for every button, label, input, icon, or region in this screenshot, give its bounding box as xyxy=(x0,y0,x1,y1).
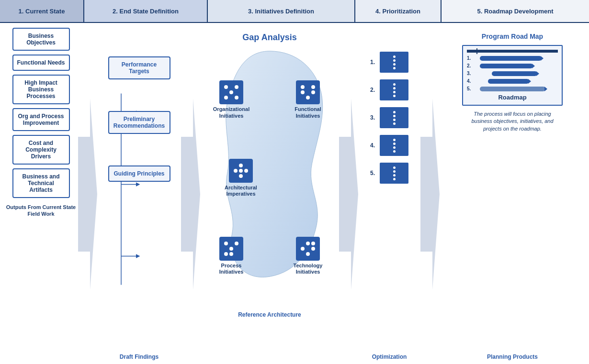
left-bottom-label: Outputs From Current State Field Work xyxy=(4,204,78,218)
tab-initiatives[interactable]: 3. Initiatives Definition xyxy=(208,0,355,22)
tab-prioritization[interactable]: 4. Prioritization xyxy=(355,0,442,22)
roadmap-row-3: 3. xyxy=(467,71,558,76)
roadmap-title: Roadmap xyxy=(467,94,558,101)
opt-item-5: 5. xyxy=(370,163,408,184)
svg-marker-5 xyxy=(181,99,200,290)
plan-bottom-label: Planning Products xyxy=(487,353,538,360)
arrow-draft-gap xyxy=(181,28,200,360)
blob-container: Organizational Initiatives Functional In… xyxy=(203,46,337,309)
box-business-objectives: Business Objectives xyxy=(12,28,70,51)
box-functional-needs: Functional Needs xyxy=(12,55,70,71)
opt-item-3: 3. xyxy=(370,107,408,128)
opt-item-1: 1. xyxy=(370,52,408,73)
draft-box-guiding: Guiding Principles xyxy=(108,165,170,182)
technology-initiatives: Technology Initiatives xyxy=(289,237,327,275)
header: 1. Current State 2. End State Definition… xyxy=(0,0,589,23)
opt-item-4: 4. xyxy=(370,135,408,156)
process-initiatives: Process Initiatives xyxy=(212,237,250,275)
arrow-gap-opt xyxy=(339,28,358,360)
plan-description: The process will focus on placing busine… xyxy=(464,110,560,132)
tab-current-state[interactable]: 1. Current State xyxy=(0,0,84,22)
plan-title: Program Road Map xyxy=(482,33,543,40)
blob-items: Organizational Initiatives Functional In… xyxy=(203,46,337,309)
roadmap-row-5: 5. xyxy=(467,86,558,91)
roadmap-row-4: 4. xyxy=(467,78,558,84)
draft-box-performance: Performance Targets xyxy=(108,56,170,79)
draft-bottom-label: Draft Findings xyxy=(120,353,159,360)
opt-bottom-label: Optimization xyxy=(372,353,407,360)
roadmap-row-2: 2. xyxy=(467,63,558,68)
gap-bottom-label: Reference Architecture xyxy=(238,311,301,318)
opt-item-2: 2. xyxy=(370,79,408,100)
tab-end-state[interactable]: 2. End State Definition xyxy=(84,0,208,22)
left-column: Business Objectives Functional Needs Hig… xyxy=(4,28,78,360)
functional-initiatives: Functional Initiatives xyxy=(289,80,327,119)
box-org-process: Org and Process Improvement xyxy=(12,108,70,131)
svg-marker-7 xyxy=(420,99,440,290)
arrow-opt-plan xyxy=(420,28,440,360)
architectural-initiatives: Architectural Imperatives xyxy=(222,159,260,197)
box-business-technical: Business and Technical Artifacts xyxy=(12,168,70,198)
roadmap-row-1: 1. xyxy=(467,55,558,61)
arrow-left-draft xyxy=(78,28,97,360)
tab-roadmap[interactable]: 5. Roadmap Development xyxy=(442,0,589,22)
box-cost-complexity: Cost and Complexity Drivers xyxy=(12,135,70,165)
planning-column: Program Road Map 1. 2. 3. xyxy=(440,28,585,360)
org-initiatives: Organizational Initiatives xyxy=(212,80,250,119)
box-high-impact: High Impact Business Processes xyxy=(12,75,70,104)
optimization-column: 1. 2. xyxy=(358,28,420,360)
svg-marker-6 xyxy=(339,99,358,290)
gap-column: Gap Analysis xyxy=(200,28,339,360)
roadmap-box: 1. 2. 3. 4. xyxy=(462,45,563,106)
svg-marker-0 xyxy=(78,99,97,290)
main-content: Business Objectives Functional Needs Hig… xyxy=(0,23,589,364)
draft-column: Performance Targets Preliminary Recommen… xyxy=(97,28,181,360)
gap-title: Gap Analysis xyxy=(242,33,296,43)
draft-box-preliminary: Preliminary Recommendations xyxy=(108,111,170,134)
